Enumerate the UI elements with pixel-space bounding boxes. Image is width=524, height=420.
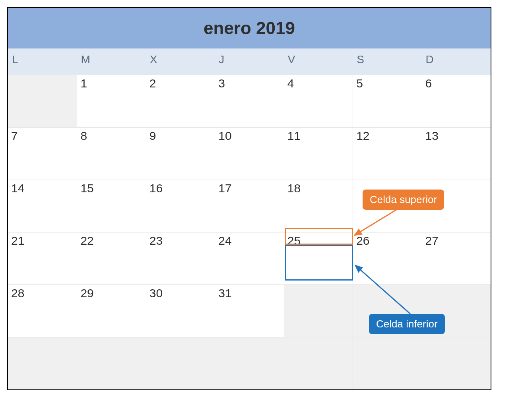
day-body-cell[interactable] <box>422 249 491 285</box>
day-number-cell[interactable] <box>146 337 215 354</box>
day-header-sat: S <box>353 48 421 75</box>
day-header-fri: V <box>284 48 353 75</box>
day-body-cell[interactable] <box>215 144 283 180</box>
callout-lower: Celda inferior <box>369 314 445 334</box>
day-body-cell[interactable] <box>215 91 283 127</box>
day-number-cell[interactable]: 2 <box>146 75 215 91</box>
day-number-cell[interactable] <box>284 285 353 301</box>
day-number-cell[interactable]: 15 <box>77 180 146 196</box>
day-body-cell[interactable] <box>215 196 283 232</box>
day-body-cell[interactable] <box>8 354 77 389</box>
day-header-wed: X <box>146 48 215 75</box>
day-body-cell[interactable] <box>77 196 146 232</box>
day-body-cell[interactable] <box>77 301 146 337</box>
day-header-row: L M X J V S D <box>8 48 491 75</box>
day-number-cell[interactable]: 16 <box>146 180 215 196</box>
day-number-cell[interactable] <box>8 75 77 91</box>
day-number-cell[interactable]: 8 <box>77 127 146 144</box>
day-body-cell[interactable] <box>215 301 283 337</box>
day-number-cell[interactable]: 22 <box>77 232 146 249</box>
day-number-cell[interactable]: 6 <box>422 75 491 91</box>
calendar-title: enero 2019 <box>8 8 491 48</box>
day-number-cell[interactable]: 29 <box>77 285 146 301</box>
day-number-cell[interactable]: 13 <box>422 127 491 144</box>
day-header-tue: M <box>77 48 146 75</box>
day-body-cell[interactable] <box>8 301 77 337</box>
day-body-cell[interactable] <box>77 249 146 285</box>
day-number-cell[interactable] <box>422 285 491 301</box>
day-header-sun: D <box>422 48 491 75</box>
day-number-cell[interactable]: 26 <box>353 232 421 249</box>
day-body-cell[interactable] <box>146 301 215 337</box>
day-body-cell[interactable] <box>284 301 353 337</box>
calendar-grid: 1234567891011121314151617182122232425262… <box>8 75 491 389</box>
day-number-cell[interactable]: 5 <box>353 75 421 91</box>
day-number-cell[interactable]: 24 <box>215 232 283 249</box>
callout-upper: Celda superior <box>363 190 444 210</box>
day-number-cell[interactable]: 18 <box>284 180 353 196</box>
day-body-cell[interactable] <box>8 91 77 127</box>
day-body-cell[interactable] <box>146 144 215 180</box>
day-body-cell[interactable] <box>284 354 353 389</box>
day-body-cell[interactable] <box>353 354 421 389</box>
day-number-cell[interactable]: 7 <box>8 127 77 144</box>
day-body-cell[interactable] <box>8 144 77 180</box>
day-header-thu: J <box>215 48 283 75</box>
day-number-cell[interactable] <box>77 337 146 354</box>
day-number-cell[interactable]: 14 <box>8 180 77 196</box>
day-body-cell[interactable] <box>77 354 146 389</box>
day-number-cell[interactable] <box>8 337 77 354</box>
day-number-cell[interactable]: 10 <box>215 127 283 144</box>
day-number-cell[interactable]: 11 <box>284 127 353 144</box>
calendar-container: enero 2019 L M X J V S D 123456789101112… <box>7 7 491 390</box>
day-body-cell[interactable] <box>284 144 353 180</box>
day-header-mon: L <box>8 48 77 75</box>
day-body-cell[interactable] <box>215 354 283 389</box>
day-number-cell[interactable]: 17 <box>215 180 283 196</box>
day-number-cell[interactable]: 27 <box>422 232 491 249</box>
day-number-cell[interactable]: 12 <box>353 127 421 144</box>
day-body-cell[interactable] <box>353 249 421 285</box>
day-number-cell[interactable]: 31 <box>215 285 283 301</box>
day-body-cell[interactable] <box>353 91 421 127</box>
day-number-cell[interactable] <box>422 337 491 354</box>
day-body-cell[interactable] <box>146 196 215 232</box>
day-number-cell[interactable] <box>215 337 283 354</box>
day-number-cell[interactable]: 1 <box>77 75 146 91</box>
day-body-cell[interactable] <box>284 249 353 285</box>
day-number-cell[interactable]: 4 <box>284 75 353 91</box>
day-body-cell[interactable] <box>146 249 215 285</box>
day-body-cell[interactable] <box>422 144 491 180</box>
day-body-cell[interactable] <box>146 91 215 127</box>
day-number-cell[interactable]: 23 <box>146 232 215 249</box>
day-number-cell[interactable] <box>353 285 421 301</box>
day-body-cell[interactable] <box>215 249 283 285</box>
day-number-cell[interactable]: 28 <box>8 285 77 301</box>
day-number-cell[interactable]: 9 <box>146 127 215 144</box>
day-number-cell[interactable] <box>284 337 353 354</box>
day-body-cell[interactable] <box>284 196 353 232</box>
day-body-cell[interactable] <box>77 144 146 180</box>
day-number-cell[interactable] <box>353 337 421 354</box>
day-body-cell[interactable] <box>8 249 77 285</box>
day-body-cell[interactable] <box>284 91 353 127</box>
day-number-cell[interactable]: 21 <box>8 232 77 249</box>
day-body-cell[interactable] <box>77 91 146 127</box>
day-body-cell[interactable] <box>8 196 77 232</box>
day-body-cell[interactable] <box>353 144 421 180</box>
day-body-cell[interactable] <box>146 354 215 389</box>
day-number-cell[interactable]: 25 <box>284 232 353 249</box>
day-body-cell[interactable] <box>422 91 491 127</box>
day-body-cell[interactable] <box>422 354 491 389</box>
day-number-cell[interactable]: 3 <box>215 75 283 91</box>
day-number-cell[interactable]: 30 <box>146 285 215 301</box>
